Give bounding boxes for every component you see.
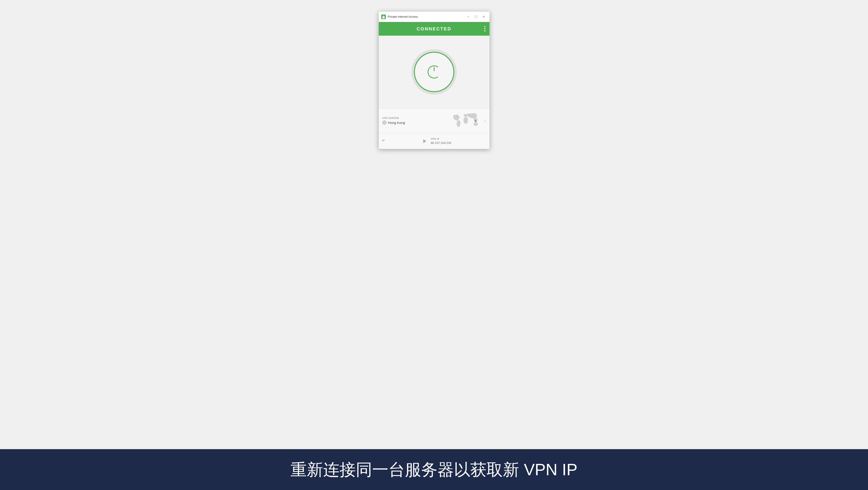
world-map (450, 112, 482, 130)
dot-1 (484, 26, 486, 27)
world-map-svg (450, 112, 482, 130)
vpn-ip-label: VPN IP (431, 138, 486, 140)
dot-3 (484, 30, 486, 32)
ip-column: IP (382, 140, 419, 143)
close-button[interactable]: × (480, 14, 487, 20)
power-ring-outer (411, 49, 457, 95)
window-title: Private Internet Access (388, 15, 465, 19)
server-name: Hong Kong (388, 121, 405, 125)
title-bar: Private Internet Access − □ × (379, 11, 490, 22)
vpn-server-info: VPN SERVER Hong Kong (382, 117, 448, 125)
ip-label: IP (382, 140, 419, 142)
ip-arrow (422, 138, 428, 144)
ip-section: IP VPN IP 86.107.104.234 (379, 133, 490, 149)
connection-status: CONNECTED (416, 26, 452, 32)
dot-2 (484, 28, 486, 30)
maximize-button[interactable]: □ (473, 14, 479, 20)
status-bar: CONNECTED (379, 22, 490, 36)
vpn-server-label: VPN SERVER (382, 117, 448, 119)
window-controls: − □ × (465, 14, 487, 20)
power-icon-svg (426, 64, 442, 80)
more-options-button[interactable] (483, 25, 486, 32)
pia-window: Private Internet Access − □ × CONNECTED (378, 11, 490, 149)
app-icon (381, 14, 386, 19)
power-area (379, 36, 490, 108)
power-button[interactable] (414, 52, 454, 92)
bottom-banner: 重新连接同一台服务器以获取新 VPN IP (0, 449, 868, 490)
vpn-server-section[interactable]: VPN SERVER Hong Kong (379, 108, 490, 133)
minimize-button[interactable]: − (465, 14, 472, 20)
globe-icon (382, 121, 386, 125)
arrow-triangle-icon (423, 139, 426, 143)
vpn-server-value: Hong Kong (382, 121, 448, 125)
server-location-dot (475, 120, 476, 122)
vpn-ip-column: VPN IP 86.107.104.234 (431, 138, 486, 145)
chevron-right-icon[interactable]: › (484, 118, 486, 123)
banner-text: 重新连接同一台服务器以获取新 VPN IP (290, 460, 577, 479)
vpn-ip-value: 86.107.104.234 (431, 141, 486, 145)
